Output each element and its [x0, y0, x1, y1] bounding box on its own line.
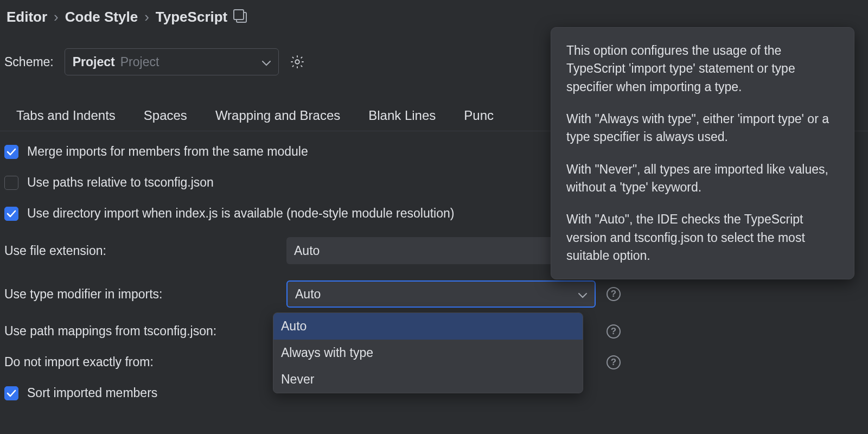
label-dir-import: Use directory import when index.js is av… [27, 206, 454, 221]
tooltip-paragraph: With "Auto", the IDE checks the TypeScri… [566, 210, 839, 265]
chevron-right-icon: › [54, 9, 59, 25]
label-sort-members: Sort imported members [27, 386, 157, 400]
combo-file-extension-value: Auto [294, 244, 320, 258]
label-file-extension: Use file extension: [4, 244, 276, 258]
help-icon[interactable]: ? [607, 324, 621, 339]
tab-tabs-indents[interactable]: Tabs and Indents [16, 108, 116, 123]
scheme-select[interactable]: Project Project [65, 48, 279, 75]
scheme-value-bold: Project [73, 55, 115, 69]
combo-file-extension[interactable]: Auto [286, 237, 596, 264]
label-relative-paths: Use paths relative to tsconfig.json [27, 175, 214, 190]
checkbox-sort-members[interactable] [4, 386, 18, 400]
tooltip-paragraph: This option configures the usage of the … [566, 42, 839, 96]
label-do-not-import: Do not import exactly from: [4, 355, 276, 369]
setting-type-modifier: Use type modifier in imports: Auto ? [4, 280, 864, 308]
tooltip-type-modifier: This option configures the usage of the … [551, 27, 854, 279]
breadcrumb-item-typescript[interactable]: TypeScript [156, 9, 227, 25]
tab-punctuation[interactable]: Punc [464, 108, 494, 123]
checkbox-relative-paths[interactable] [4, 176, 18, 190]
dropdown-item-auto[interactable]: Auto [273, 313, 583, 340]
dropdown-item-never[interactable]: Never [273, 366, 583, 393]
scheme-value-dim: Project [120, 55, 159, 69]
breadcrumb-item-editor[interactable]: Editor [7, 9, 47, 25]
breadcrumb-item-codestyle[interactable]: Code Style [65, 9, 138, 25]
checkbox-dir-import[interactable] [4, 207, 18, 221]
chevron-right-icon: › [144, 9, 149, 25]
help-icon[interactable]: ? [607, 287, 621, 301]
combo-type-modifier-value: Auto [295, 287, 321, 302]
dropdown-type-modifier: Auto Always with type Never [273, 312, 583, 393]
chevron-down-icon [262, 55, 271, 69]
combo-type-modifier[interactable]: Auto [286, 280, 596, 308]
tooltip-paragraph: With "Never", all types are imported lik… [566, 161, 839, 197]
tab-spaces[interactable]: Spaces [144, 108, 187, 123]
tooltip-paragraph: With "Always with type", either 'import … [566, 110, 839, 146]
checkbox-merge-imports[interactable] [4, 145, 18, 159]
chevron-down-icon [578, 287, 587, 302]
scheme-label: Scheme: [4, 55, 54, 69]
tab-blank-lines[interactable]: Blank Lines [368, 108, 436, 123]
label-path-mappings: Use path mappings from tsconfig.json: [4, 324, 276, 339]
copy-path-icon[interactable] [236, 12, 247, 23]
label-merge-imports: Merge imports for members from the same … [27, 144, 308, 159]
svg-point-0 [295, 60, 299, 63]
gear-icon[interactable] [290, 54, 305, 69]
help-icon[interactable]: ? [607, 355, 621, 369]
tab-wrapping[interactable]: Wrapping and Braces [215, 108, 340, 123]
label-type-modifier: Use type modifier in imports: [4, 287, 276, 302]
dropdown-item-always[interactable]: Always with type [273, 340, 583, 366]
